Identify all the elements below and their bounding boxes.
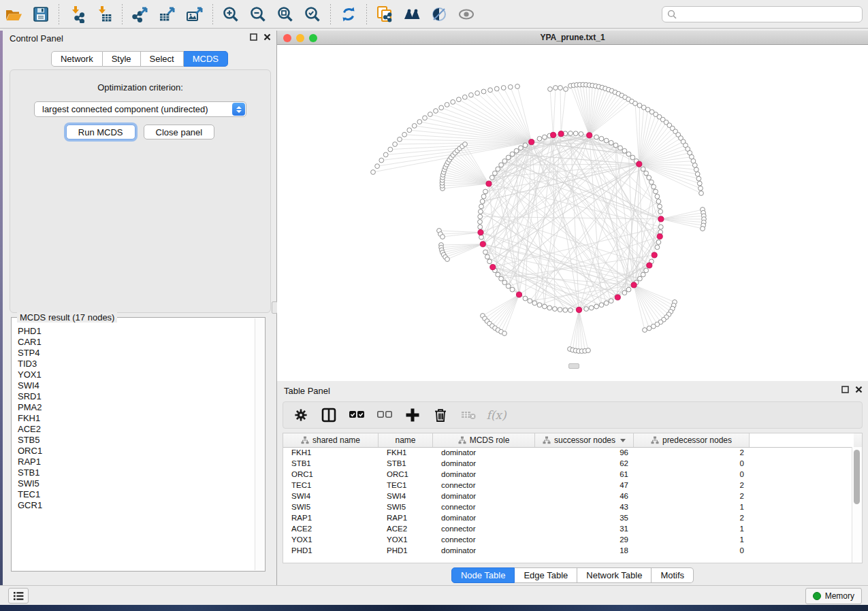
cell-shared-name[interactable]: RAP1 [283, 514, 379, 522]
cell-shared-name[interactable]: PHD1 [283, 546, 379, 555]
cell-successor-nodes[interactable]: 31 [535, 525, 634, 533]
column-header-successor-nodes[interactable]: successor nodes [535, 433, 634, 447]
table-scrollbar[interactable] [852, 447, 862, 563]
mcds-result-item[interactable]: TEC1 [18, 489, 255, 500]
cell-MCDS-role[interactable]: dominator [433, 546, 535, 555]
mcds-result-item[interactable]: ACE2 [18, 424, 255, 435]
cell-successor-nodes[interactable]: 47 [535, 481, 634, 489]
cell-MCDS-role[interactable]: dominator [433, 448, 535, 457]
cell-predecessor-nodes[interactable]: 2 [634, 481, 750, 489]
table-settings-button[interactable] [293, 407, 309, 423]
cell-MCDS-role[interactable]: dominator [433, 459, 535, 467]
table-row[interactable]: PHD1PHD1dominator180 [283, 545, 852, 556]
mcds-result-item[interactable]: STB1 [18, 467, 255, 478]
cell-MCDS-role[interactable]: connector [433, 481, 535, 489]
mcds-result-item[interactable]: PHD1 [18, 326, 255, 337]
cell-MCDS-role[interactable]: connector [433, 525, 535, 533]
mcds-result-item[interactable]: SWI4 [18, 380, 255, 391]
cell-successor-nodes[interactable]: 35 [535, 514, 634, 522]
zoom-in-button[interactable] [219, 4, 242, 24]
save-session-button[interactable] [29, 4, 52, 24]
cell-name[interactable]: ACE2 [379, 525, 433, 533]
task-history-button[interactable] [8, 588, 29, 604]
first-neighbors-button[interactable] [400, 4, 423, 24]
run-mcds-button[interactable]: Run MCDS [66, 125, 135, 139]
cell-name[interactable]: PHD1 [379, 546, 433, 555]
cell-successor-nodes[interactable]: 62 [535, 459, 634, 467]
cell-predecessor-nodes[interactable]: 1 [634, 503, 750, 511]
mcds-result-item[interactable]: STP4 [18, 348, 255, 359]
close-table-panel-icon[interactable] [855, 386, 863, 393]
network-canvas[interactable] [277, 45, 868, 381]
cell-name[interactable]: TEC1 [379, 481, 433, 489]
cell-successor-nodes[interactable]: 43 [535, 503, 634, 511]
cell-name[interactable]: ORC1 [379, 470, 433, 478]
tab-network[interactable]: Network [51, 51, 103, 67]
cell-successor-nodes[interactable]: 46 [535, 492, 634, 500]
table-row[interactable]: ACE2ACE2connector311 [283, 523, 852, 534]
table-row[interactable]: FKH1FKH1dominator962 [283, 447, 852, 458]
cell-name[interactable]: SWI4 [379, 492, 433, 500]
export-image-button[interactable] [183, 4, 206, 24]
mcds-result-item[interactable]: ORC1 [18, 446, 255, 457]
cell-successor-nodes[interactable]: 29 [535, 535, 634, 544]
cell-predecessor-nodes[interactable]: 0 [634, 459, 750, 467]
cell-successor-nodes[interactable]: 61 [535, 470, 634, 478]
delete-rows-button[interactable] [432, 407, 449, 423]
select-all-button[interactable] [349, 407, 365, 423]
mcds-result-item[interactable]: STB5 [18, 435, 255, 446]
mcds-result-item[interactable]: PMA2 [18, 402, 255, 413]
add-column-button[interactable] [404, 407, 421, 423]
show-hide-button[interactable] [455, 4, 478, 24]
close-panel-icon[interactable] [263, 33, 271, 41]
column-header-predecessor-nodes[interactable]: predecessor nodes [634, 433, 750, 447]
search-input[interactable] [680, 9, 862, 20]
import-table-button[interactable] [93, 4, 116, 24]
tab-network-table[interactable]: Network Table [577, 567, 652, 583]
cell-predecessor-nodes[interactable]: 0 [634, 470, 750, 478]
cell-predecessor-nodes[interactable]: 1 [634, 535, 750, 544]
cell-name[interactable]: RAP1 [379, 514, 433, 522]
zoom-selected-button[interactable] [301, 4, 324, 24]
cell-shared-name[interactable]: FKH1 [283, 448, 379, 457]
table-row[interactable]: YOX1YOX1connector291 [283, 534, 852, 545]
cell-name[interactable]: YOX1 [379, 535, 433, 544]
zoom-fit-button[interactable] [274, 4, 297, 24]
mcds-result-item[interactable]: RAP1 [18, 457, 255, 467]
table-row[interactable]: ORC1ORC1dominator610 [283, 469, 852, 480]
column-header-name[interactable]: name [379, 433, 433, 447]
cell-MCDS-role[interactable]: dominator [433, 514, 535, 522]
float-panel-icon[interactable] [250, 33, 257, 41]
optimization-criterion-select[interactable]: largest connected component (undirected) [34, 101, 246, 117]
cell-shared-name[interactable]: SWI5 [283, 503, 379, 511]
export-network-button[interactable] [129, 4, 152, 24]
cell-predecessor-nodes[interactable]: 2 [634, 514, 750, 522]
mcds-result-list[interactable]: PHD1CAR1STP4TID3YOX1SWI4SRD1PMA2FKH1ACE2… [12, 326, 255, 570]
tab-mcds[interactable]: MCDS [184, 51, 228, 67]
zoom-out-button[interactable] [246, 4, 270, 24]
search-box[interactable] [662, 6, 863, 22]
apply-layout-button[interactable] [337, 4, 360, 24]
tab-select[interactable]: Select [141, 51, 184, 67]
cell-predecessor-nodes[interactable]: 2 [634, 448, 750, 457]
export-table-button[interactable] [156, 4, 179, 24]
table-row[interactable]: SWI5SWI5connector431 [283, 501, 852, 512]
mcds-result-item[interactable]: CAR1 [18, 337, 255, 348]
table-row[interactable]: SWI4SWI4dominator462 [283, 491, 852, 501]
cell-MCDS-role[interactable]: connector [433, 535, 535, 544]
table-row[interactable]: TEC1TEC1connector472 [283, 480, 852, 491]
table-row[interactable]: STB1STB1dominator620 [283, 458, 852, 469]
tab-style[interactable]: Style [103, 51, 141, 67]
cell-successor-nodes[interactable]: 96 [535, 448, 634, 457]
cell-name[interactable]: STB1 [379, 459, 433, 467]
tab-edge-table[interactable]: Edge Table [515, 567, 577, 583]
cell-shared-name[interactable]: YOX1 [283, 535, 379, 544]
mcds-result-item[interactable]: GCR1 [18, 500, 255, 511]
column-header-MCDS-role[interactable]: MCDS role [433, 433, 535, 447]
tab-motifs[interactable]: Motifs [652, 567, 694, 583]
cell-successor-nodes[interactable]: 18 [535, 546, 634, 555]
float-table-panel-icon[interactable] [841, 386, 849, 393]
cell-shared-name[interactable]: ORC1 [283, 470, 379, 478]
cell-predecessor-nodes[interactable]: 0 [634, 546, 750, 555]
cell-MCDS-role[interactable]: dominator [433, 470, 535, 478]
